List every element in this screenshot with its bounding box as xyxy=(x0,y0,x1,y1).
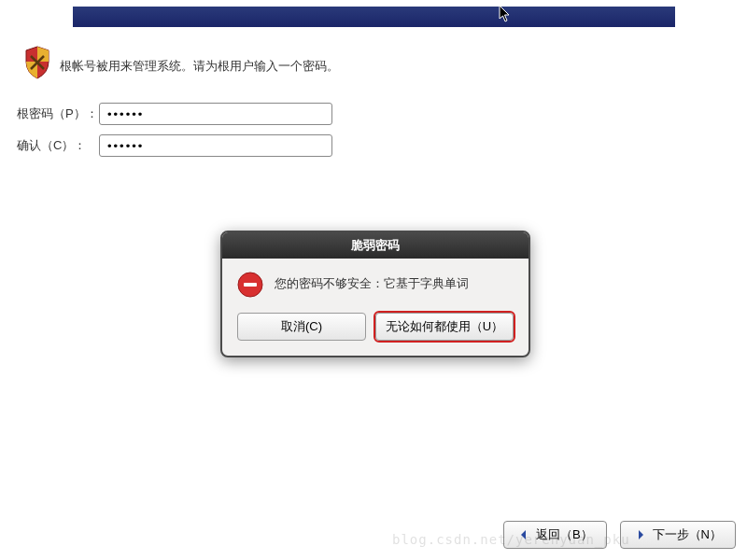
password-row: 根密码（P）： xyxy=(17,103,332,125)
dialog-message: 您的密码不够安全：它基于字典单词 xyxy=(275,272,469,292)
password-input[interactable] xyxy=(99,103,332,125)
arrow-right-icon xyxy=(634,528,647,541)
back-button[interactable]: 返回（B） xyxy=(503,521,607,549)
footer-buttons: 返回（B） 下一步（N） xyxy=(503,521,736,549)
confirm-row: 确认（C）： xyxy=(17,134,332,157)
cancel-button[interactable]: 取消(C) xyxy=(237,313,366,341)
dialog-body: 您的密码不够安全：它基于字典单词 xyxy=(222,259,529,307)
confirm-input[interactable] xyxy=(99,134,332,157)
use-anyway-button[interactable]: 无论如何都使用（U） xyxy=(375,313,514,341)
arrow-left-icon xyxy=(517,528,530,541)
error-icon xyxy=(237,272,263,298)
next-label: 下一步（N） xyxy=(653,526,722,543)
password-label: 根密码（P）： xyxy=(17,105,99,122)
confirm-label: 确认（C）： xyxy=(17,137,99,154)
header-bar xyxy=(73,7,675,27)
back-label: 返回（B） xyxy=(536,526,593,543)
shield-icon xyxy=(23,45,51,80)
weak-password-dialog: 脆弱密码 您的密码不够安全：它基于字典单词 取消(C) 无论如何都使用（U） xyxy=(220,231,530,357)
next-button[interactable]: 下一步（N） xyxy=(620,521,736,549)
svg-rect-1 xyxy=(244,283,257,287)
dialog-button-row: 取消(C) 无论如何都使用（U） xyxy=(222,307,529,356)
dialog-title: 脆弱密码 xyxy=(222,232,529,259)
instruction-text: 根帐号被用来管理系统。请为根用户输入一个密码。 xyxy=(60,58,339,75)
